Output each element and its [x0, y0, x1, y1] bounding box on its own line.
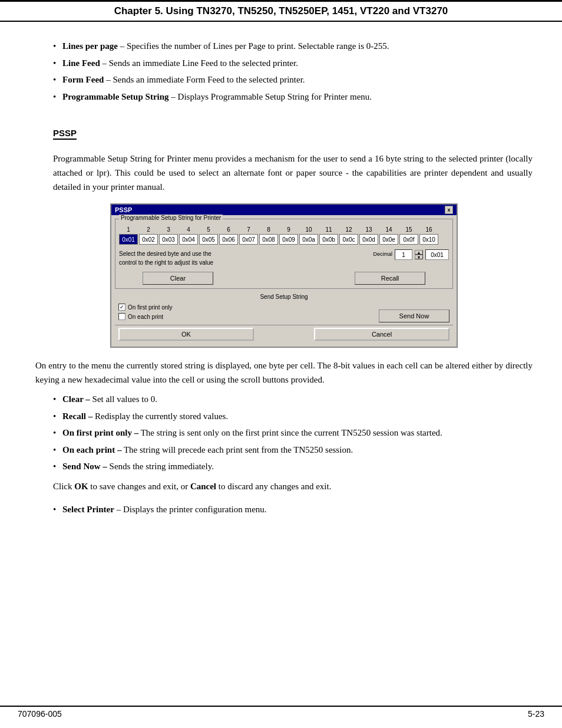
byte-cell-11[interactable]: 0x0b — [319, 234, 338, 245]
byte-controls: Select the desired byte and use thecontr… — [119, 249, 449, 267]
ok-button[interactable]: OK — [118, 328, 254, 341]
item-label: Programmable Setup String — [62, 92, 169, 101]
list-item: Recall – Redisplay the currently stored … — [53, 410, 533, 423]
item-text: The string is sent only on the first pri… — [138, 428, 442, 437]
list-item: Line Feed – Sends an immediate Line Feed… — [53, 57, 533, 70]
byte-cell-2[interactable]: 0x02 — [139, 234, 158, 245]
cancel-button[interactable]: Cancel — [314, 328, 449, 341]
close-button[interactable]: x — [445, 206, 453, 214]
pssp-dialog: PSSP x Programmable Setup String for Pri… — [110, 203, 458, 348]
send-now-button[interactable]: Send Now — [379, 309, 449, 322]
byte-cell-14[interactable]: 0x0e — [379, 234, 398, 245]
recall-button[interactable]: Recall — [355, 272, 425, 285]
byte-number-1: 1 — [119, 226, 138, 233]
byte-number-15: 15 — [399, 226, 418, 233]
footer-left: 707096-005 — [18, 709, 62, 719]
byte-number-12: 12 — [339, 226, 358, 233]
item-label: Recall — [62, 411, 86, 421]
dash: – — [101, 462, 107, 471]
byte-number-14: 14 — [379, 226, 398, 233]
byte-cell-5[interactable]: 0x05 — [199, 234, 218, 245]
byte-cell-7[interactable]: 0x07 — [239, 234, 258, 245]
select-printer-list: Select Printer – Displays the printer co… — [53, 503, 533, 516]
byte-number-5: 5 — [199, 226, 218, 233]
byte-cell-9[interactable]: 0x09 — [279, 234, 298, 245]
byte-cell-8[interactable]: 0x08 — [259, 234, 278, 245]
item-label: Select Printer — [62, 505, 114, 514]
byte-cell-16[interactable]: 0x10 — [419, 234, 438, 245]
note-mid: to save changes and exit, or — [88, 482, 190, 491]
byte-number-2: 2 — [139, 226, 158, 233]
byte-number-6: 6 — [219, 226, 238, 233]
byte-number-10: 10 — [299, 226, 318, 233]
groupbox-legend: Programmable Setup String for Printer — [119, 215, 223, 221]
byte-cell-4[interactable]: 0x04 — [179, 234, 198, 245]
item-label: Lines per page — [62, 41, 118, 51]
body-paragraph: On entry to the menu the currently store… — [35, 358, 533, 387]
item-text: Redisplay the currently stored values. — [92, 411, 228, 421]
byte-number-7: 7 — [239, 226, 258, 233]
spin-down-arrow[interactable]: ▼ — [415, 255, 423, 259]
list-item: Clear – Set all values to 0. — [53, 393, 533, 406]
checkbox1-row[interactable]: ✓ On first print only — [118, 304, 379, 311]
page-header: Chapter 5. Using TN3270, TN5250, TN5250E… — [0, 0, 562, 22]
byte-cell-1[interactable]: 0x01 — [119, 234, 138, 245]
item-text: – Sends an immediate Line Feed to the se… — [100, 58, 298, 68]
byte-cell-6[interactable]: 0x06 — [219, 234, 238, 245]
byte-cell-12[interactable]: 0x0c — [339, 234, 358, 245]
send-section-title: Send Setup String — [118, 294, 449, 300]
item-text: – Displays Programmable Setup String for… — [169, 92, 372, 101]
byte-number-11: 11 — [319, 226, 338, 233]
item-label: On each print — [62, 445, 115, 454]
byte-description: Select the desired byte and use thecontr… — [119, 249, 367, 267]
bottom-bullet-list: Clear – Set all values to 0. Recall – Re… — [53, 393, 533, 473]
checkbox2-row[interactable]: On each print — [118, 313, 379, 320]
dialog-body: Programmable Setup String for Printer 12… — [111, 215, 457, 347]
list-item: Programmable Setup String – Displays Pro… — [53, 90, 533, 104]
byte-cell-13[interactable]: 0x0d — [359, 234, 378, 245]
header-text: Chapter 5. Using TN3270, TN5250, TN5250E… — [114, 5, 448, 17]
spin-control[interactable]: ▲ ▼ — [415, 250, 423, 259]
item-label: Form Feed — [62, 75, 104, 84]
item-text: – Sends an immediate Form Feed to the se… — [104, 75, 305, 84]
byte-number-8: 8 — [259, 226, 278, 233]
note-end: to discard any changes and exit. — [216, 482, 331, 491]
send-controls: ✓ On first print only On each print Send… — [118, 304, 449, 322]
byte-cells-row[interactable]: 0x010x020x030x040x050x060x070x080x090x0a… — [119, 234, 449, 245]
footer-right: 5-23 — [528, 709, 544, 719]
clear-button[interactable]: Clear — [143, 272, 213, 285]
checkbox1[interactable]: ✓ — [118, 304, 125, 311]
clear-recall-row: Clear Recall — [119, 272, 449, 285]
send-now-area: Send Now — [379, 304, 449, 322]
dialog-titlebar: PSSP x — [111, 205, 457, 215]
list-item: Select Printer – Displays the printer co… — [53, 503, 533, 516]
item-label: On first print only — [62, 428, 132, 437]
main-content: Lines per page – Specifies the number of… — [0, 22, 562, 533]
item-text: The string will precede each print sent … — [121, 445, 353, 454]
item-text: – Displays the printer configuration men… — [114, 505, 267, 514]
byte-cell-3[interactable]: 0x03 — [159, 234, 178, 245]
byte-number-4: 4 — [179, 226, 198, 233]
byte-number-13: 13 — [359, 226, 378, 233]
checkbox2[interactable] — [118, 313, 125, 320]
cancel-bold: Cancel — [190, 482, 216, 491]
list-item: Lines per page – Specifies the number of… — [53, 39, 533, 53]
decimal-input[interactable] — [395, 249, 412, 260]
byte-cell-15[interactable]: 0x0f — [399, 234, 418, 245]
byte-number-3: 3 — [159, 226, 178, 233]
byte-numbers-row: 12345678910111213141516 — [119, 226, 449, 233]
item-label: Line Feed — [62, 58, 100, 68]
list-item: Send Now – Sends the string immediately. — [53, 460, 533, 473]
item-label: Clear — [62, 394, 84, 404]
send-section: Send Setup String ✓ On first print only … — [115, 291, 453, 325]
byte-number-16: 16 — [419, 226, 438, 233]
list-item: On first print only – The string is sent… — [53, 426, 533, 440]
list-item: On each print – The string will precede … — [53, 443, 533, 457]
hex-display: 0x01 — [425, 249, 449, 260]
decimal-label: Decimal — [373, 251, 392, 258]
byte-cell-10[interactable]: 0x0a — [299, 234, 318, 245]
dialog-title: PSSP — [115, 206, 132, 213]
note-prefix: Click — [53, 482, 74, 491]
section-paragraph: Programmable Setup String for Printer me… — [53, 151, 533, 194]
spin-up-arrow[interactable]: ▲ — [415, 250, 423, 255]
